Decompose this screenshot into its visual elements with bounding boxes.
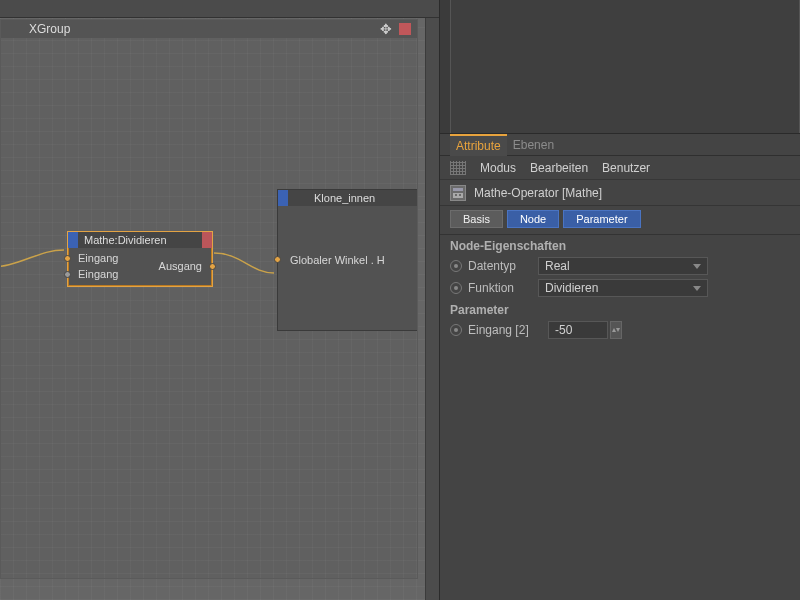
label-funktion: Funktion: [468, 281, 532, 295]
xgroup-title-bar[interactable]: XGroup ✥: [1, 20, 417, 38]
object-label: Mathe-Operator [Mathe]: [474, 186, 602, 200]
node-input-indicator: [68, 232, 78, 248]
menu-modus[interactable]: Modus: [480, 161, 516, 175]
attribute-menu-bar: Modus Bearbeiten Benutzer: [440, 156, 800, 180]
node-title: Mathe:Dividieren: [84, 234, 167, 246]
spinner-eingang2[interactable]: ▴▾: [610, 321, 622, 339]
section-parameter: Parameter: [440, 299, 800, 319]
node-klone-innen[interactable]: Klone_innen Globaler Winkel . H: [277, 189, 417, 331]
port-dot-icon[interactable]: [64, 271, 71, 278]
preview-panel: [440, 0, 800, 134]
group-output-indicator: [399, 23, 411, 35]
side-area: Attribute Ebenen Modus Bearbeiten Benutz…: [440, 0, 800, 600]
dropdown-funktion[interactable]: Dividieren: [538, 279, 708, 297]
port-globaler-winkel-h[interactable]: Globaler Winkel . H: [278, 206, 417, 314]
label-eingang2: Eingang [2]: [468, 323, 542, 337]
panel-tabs: Attribute Ebenen: [440, 134, 800, 156]
node-title-bar[interactable]: Klone_innen: [278, 190, 417, 206]
menu-bearbeiten[interactable]: Bearbeiten: [530, 161, 588, 175]
node-input-indicator: [278, 190, 288, 206]
xgroup-title: XGroup: [1, 22, 70, 36]
numeric-eingang2[interactable]: -50 ▴▾: [548, 321, 622, 339]
numeric-eingang2-value[interactable]: -50: [548, 321, 608, 339]
attribute-manager: Attribute Ebenen Modus Bearbeiten Benutz…: [440, 134, 800, 600]
chevron-down-icon: [693, 286, 701, 291]
node-editor[interactable]: XGroup ✥ Mathe:Dividieren: [0, 0, 440, 600]
xgroup-canvas[interactable]: Mathe:Dividieren Eingang Eingang: [1, 38, 417, 578]
tab-attribute[interactable]: Attribute: [450, 134, 507, 156]
port-dot-icon[interactable]: [274, 256, 281, 263]
object-header: Mathe-Operator [Mathe]: [440, 180, 800, 206]
port-dot-icon[interactable]: [64, 255, 71, 262]
menu-benutzer[interactable]: Benutzer: [602, 161, 650, 175]
port-eingang-1[interactable]: Eingang: [68, 250, 140, 266]
dropdown-datentyp[interactable]: Real: [538, 257, 708, 275]
anim-toggle-funktion[interactable]: [450, 282, 462, 294]
pref-icon[interactable]: [450, 161, 466, 175]
property-tabs: Basis Node Parameter: [440, 206, 800, 235]
row-funktion: Funktion Dividieren: [440, 277, 800, 299]
row-datentyp: Datentyp Real: [440, 255, 800, 277]
port-eingang-2[interactable]: Eingang: [68, 266, 140, 282]
port-ausgang[interactable]: Ausgang: [140, 250, 212, 282]
xgroup-frame[interactable]: XGroup ✥ Mathe:Dividieren: [0, 19, 418, 579]
app-root: XGroup ✥ Mathe:Dividieren: [0, 0, 800, 600]
tab-ebenen[interactable]: Ebenen: [507, 134, 560, 156]
move-icon[interactable]: ✥: [379, 22, 393, 36]
vertical-scrollbar[interactable]: [425, 18, 439, 600]
anim-toggle-datentyp[interactable]: [450, 260, 462, 272]
editor-top-strip: [0, 0, 439, 18]
chip-basis[interactable]: Basis: [450, 210, 503, 228]
chevron-down-icon: [693, 264, 701, 269]
calculator-icon: [450, 185, 466, 201]
node-title: Klone_innen: [294, 192, 375, 204]
chip-node[interactable]: Node: [507, 210, 559, 228]
anim-toggle-eingang2[interactable]: [450, 324, 462, 336]
label-datentyp: Datentyp: [468, 259, 532, 273]
row-eingang-2: Eingang [2] -50 ▴▾: [440, 319, 800, 341]
node-output-indicator: [202, 232, 212, 248]
section-node-eigenschaften: Node-Eigenschaften: [440, 235, 800, 255]
chip-parameter[interactable]: Parameter: [563, 210, 640, 228]
node-title-bar[interactable]: Mathe:Dividieren: [68, 232, 212, 248]
port-dot-icon[interactable]: [209, 263, 216, 270]
node-math-dividieren[interactable]: Mathe:Dividieren Eingang Eingang: [67, 231, 213, 287]
